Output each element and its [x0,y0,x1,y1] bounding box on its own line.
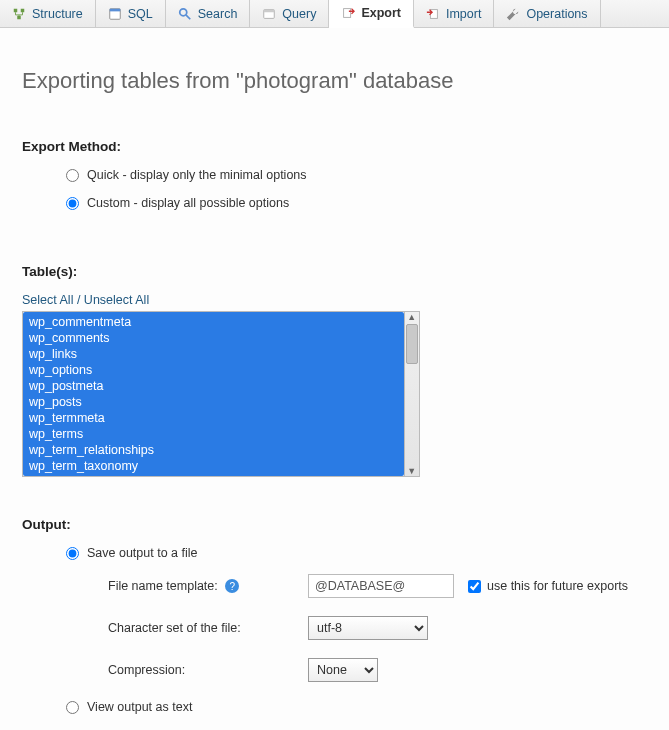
main-tabs: Structure SQL Search Query Export Import… [0,0,669,28]
tab-operations[interactable]: Operations [494,0,600,27]
tab-structure[interactable]: Structure [0,0,96,27]
import-icon [426,7,440,21]
table-option[interactable]: wp_commentmeta [23,314,404,330]
radio-label: View output as text [87,700,192,714]
structure-icon [12,7,26,21]
export-icon [341,6,355,20]
unselect-all-link[interactable]: Unselect All [84,293,149,307]
page-title: Exporting tables from "photogram" databa… [22,68,647,94]
svg-rect-1 [21,8,25,12]
filename-template-label: File name template: [108,579,218,593]
scroll-thumb[interactable] [406,324,418,364]
svg-rect-8 [264,9,275,12]
charset-select[interactable]: utf-8 [308,616,428,640]
export-method-custom-radio[interactable] [66,197,79,210]
scroll-up-icon[interactable]: ▲ [407,312,416,322]
search-icon [178,7,192,21]
table-option[interactable]: wp_termmeta [23,410,404,426]
tab-sql[interactable]: SQL [96,0,166,27]
charset-label: Character set of the file: [108,621,308,635]
table-option[interactable]: wp_comments [23,330,404,346]
export-method-quick-radio[interactable] [66,169,79,182]
tab-label: Search [198,7,238,21]
tab-label: Export [361,6,401,20]
tab-export[interactable]: Export [329,0,414,28]
separator: / [77,293,84,307]
future-exports-label: use this for future exports [487,579,628,593]
tab-label: Import [446,7,481,21]
tab-label: Structure [32,7,83,21]
table-option[interactable]: wp_postmeta [23,378,404,394]
compression-label: Compression: [108,663,308,677]
tab-label: Operations [526,7,587,21]
output-save-file[interactable]: Save output to a file [66,546,647,560]
tab-import[interactable]: Import [414,0,494,27]
sql-icon [108,7,122,21]
scroll-down-icon[interactable]: ▼ [407,466,416,476]
svg-rect-4 [109,8,120,11]
future-exports-checkbox[interactable] [468,580,481,593]
tables-heading: Table(s): [22,264,647,279]
svg-rect-9 [344,9,351,18]
tab-query[interactable]: Query [250,0,329,27]
filename-template-input[interactable] [308,574,454,598]
wrench-icon [506,7,520,21]
output-view-text-radio[interactable] [66,701,79,714]
table-option[interactable]: wp_posts [23,394,404,410]
compression-select[interactable]: None [308,658,378,682]
radio-label: Save output to a file [87,546,198,560]
output-heading: Output: [22,517,647,532]
radio-label: Custom - display all possible options [87,196,289,210]
table-option[interactable]: wp_terms [23,426,404,442]
output-save-file-radio[interactable] [66,547,79,560]
table-option[interactable]: wp_term_taxonomy [23,458,404,474]
output-view-text[interactable]: View output as text [66,700,647,714]
export-method-heading: Export Method: [22,139,647,154]
tab-label: Query [282,7,316,21]
table-option[interactable]: wp_term_relationships [23,442,404,458]
table-option[interactable]: wp_links [23,346,404,362]
svg-rect-0 [14,8,18,12]
query-icon [262,7,276,21]
tab-label: SQL [128,7,153,21]
radio-label: Quick - display only the minimal options [87,168,307,182]
tab-search[interactable]: Search [166,0,251,27]
export-method-custom[interactable]: Custom - display all possible options [66,196,647,210]
table-option[interactable]: wp_options [23,362,404,378]
svg-line-6 [186,14,190,18]
svg-point-5 [179,8,186,15]
export-method-quick[interactable]: Quick - display only the minimal options [66,168,647,182]
help-icon[interactable]: ? [225,579,239,593]
tables-multiselect[interactable]: wp_commentmetawp_commentswp_linkswp_opti… [23,312,404,476]
svg-rect-2 [17,15,21,19]
select-all-link[interactable]: Select All [22,293,73,307]
scrollbar[interactable]: ▲ ▼ [404,312,419,476]
